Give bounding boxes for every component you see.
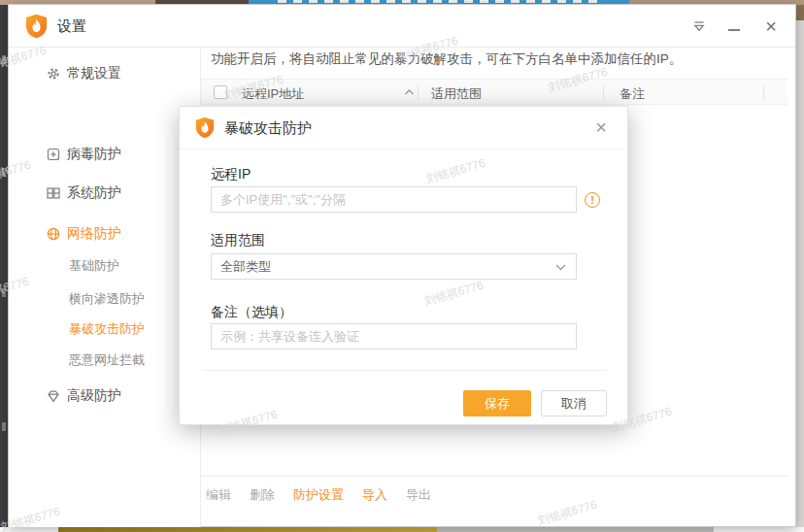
scope-select[interactable]: 全部类型 bbox=[211, 253, 577, 280]
chevron-down-icon bbox=[555, 264, 566, 271]
desktop-background bbox=[796, 5, 804, 20]
edit-action[interactable]: 编辑 bbox=[206, 486, 231, 504]
footer-actions: 编辑 删除 防护设置 导入 导出 bbox=[206, 486, 431, 504]
dialog-footer-divider bbox=[203, 370, 606, 371]
note-label: 备注（选填） bbox=[211, 304, 292, 321]
system-grid-icon bbox=[46, 185, 61, 201]
gear-icon bbox=[46, 66, 61, 82]
sidebar-item-system[interactable]: 系统防护 bbox=[9, 183, 201, 203]
virus-shield-icon bbox=[46, 147, 61, 162]
desktop-background bbox=[58, 527, 437, 532]
sidebar-item-lateral-protection[interactable]: 横向渗透防护 bbox=[9, 289, 201, 309]
sidebar-item-advanced[interactable]: 高级防护 bbox=[9, 386, 201, 406]
bruteforce-protection-dialog: 暴破攻击防护 × 远程IP ! 适用范围 全部类型 备注（选填） 保存 取消 bbox=[179, 106, 628, 425]
sidebar: 常规设置 病毒防护 系统防护 网络防护 bbox=[9, 49, 201, 527]
column-note[interactable]: 备注 bbox=[620, 85, 645, 103]
note-input[interactable] bbox=[211, 323, 577, 349]
sidebar-item-bruteforce-protection[interactable]: 暴破攻击防护 bbox=[9, 319, 201, 339]
warning-icon: ! bbox=[585, 192, 600, 208]
scope-label: 适用范围 bbox=[211, 232, 265, 249]
desktop-background bbox=[437, 527, 714, 532]
column-divider bbox=[763, 85, 764, 100]
settings-window: 设置 × 常规设置 病 bbox=[8, 4, 796, 527]
minimize-button[interactable] bbox=[723, 16, 745, 37]
app-logo-icon bbox=[25, 14, 48, 39]
dialog-title: 暴破攻击防护 bbox=[224, 119, 312, 138]
remote-ip-label: 远程IP bbox=[211, 166, 251, 183]
feature-description: 功能开启后，将自动阻止常见的暴力破解攻击，可在下方白名单中添加信任的IP。 bbox=[211, 50, 682, 68]
whitelist-table-header: 远程IP地址 适用范围 备注 bbox=[201, 79, 787, 105]
sidebar-item-network[interactable]: 网络防护 bbox=[9, 224, 201, 244]
sidebar-item-basic-protection[interactable]: 基础防护 bbox=[9, 256, 201, 276]
globe-icon bbox=[46, 226, 61, 242]
scope-selected-value: 全部类型 bbox=[220, 258, 271, 276]
titlebar: 设置 × bbox=[9, 5, 795, 48]
sort-ascending-icon[interactable] bbox=[404, 88, 415, 96]
column-divider bbox=[603, 85, 604, 100]
delete-action[interactable]: 删除 bbox=[250, 486, 275, 504]
import-action[interactable]: 导入 bbox=[362, 486, 387, 504]
main-menu-icon[interactable] bbox=[688, 16, 710, 37]
select-all-checkbox[interactable] bbox=[214, 85, 227, 99]
cancel-button[interactable]: 取消 bbox=[541, 390, 607, 416]
remote-ip-input[interactable] bbox=[211, 186, 577, 213]
column-remote-ip[interactable]: 远程IP地址 bbox=[242, 85, 304, 103]
screen: 设置 × 常规设置 病 bbox=[0, 0, 804, 532]
dialog-close-icon[interactable]: × bbox=[589, 116, 613, 139]
footer-divider bbox=[201, 476, 787, 477]
window-title: 设置 bbox=[57, 17, 86, 36]
protection-settings-action[interactable]: 防护设置 bbox=[293, 486, 344, 504]
save-button[interactable]: 保存 bbox=[463, 390, 531, 416]
export-action[interactable]: 导出 bbox=[406, 486, 431, 504]
dialog-titlebar: 暴破攻击防护 × bbox=[180, 107, 627, 150]
background-titlebar-text bbox=[278, 0, 598, 3]
sidebar-item-malicious-url[interactable]: 恶意网址拦截 bbox=[9, 350, 201, 370]
sidebar-item-general[interactable]: 常规设置 bbox=[9, 64, 201, 83]
diamond-icon bbox=[46, 388, 61, 404]
sidebar-item-virus[interactable]: 病毒防护 bbox=[9, 145, 201, 164]
app-logo-icon bbox=[195, 116, 215, 139]
background-window-edge bbox=[0, 5, 8, 527]
desktop-background bbox=[796, 20, 804, 527]
close-button[interactable]: × bbox=[760, 16, 782, 37]
column-divider bbox=[418, 85, 419, 100]
column-scope[interactable]: 适用范围 bbox=[431, 85, 482, 103]
